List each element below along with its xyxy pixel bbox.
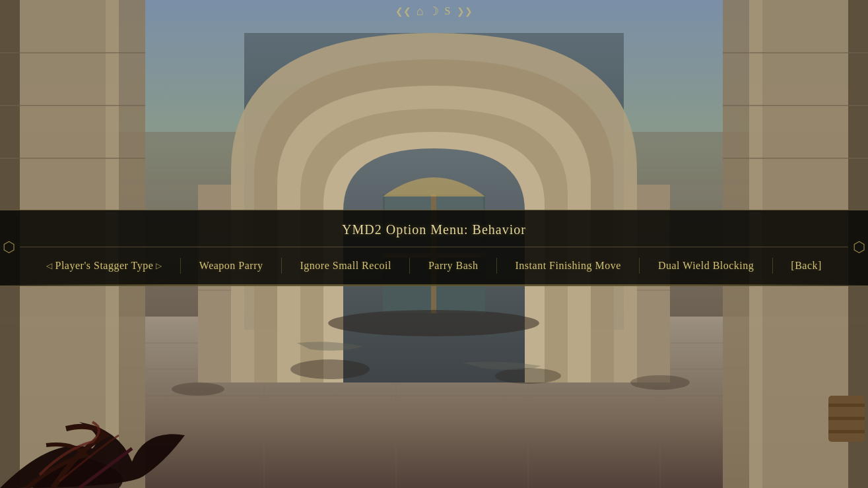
arrow-right-icon: ▷ [156,261,162,271]
menu-item-stagger-label: Player's Stagger Type [55,260,154,272]
menu-item-ignore-recoil-label: Ignore Small Recoil [300,260,391,272]
hud-ornament-right: ❯❯ [457,6,473,17]
menu-item-parry-bash-label: Parry Bash [428,260,479,272]
menu-item-parry-bash[interactable]: Parry Bash [428,260,479,272]
menu-item-instant-finishing-label: Instant Finishing Move [516,260,621,272]
menu-title-text: YMD2 Option Menu: Behavior [342,222,526,237]
menu-title-row: YMD2 Option Menu: Behavior [20,210,848,247]
svg-rect-54 [828,430,865,433]
menu-item-dual-wield[interactable]: Dual Wield Blocking [658,260,754,272]
svg-rect-52 [828,404,865,407]
hud-save-letter: S [444,5,451,17]
top-hud: ❮❮ ⌂ ☽ S ❯❯ [382,0,486,22]
menu-items-row: ◁ Player's Stagger Type ▷ Weapon Parry I… [20,247,848,284]
svg-point-50 [328,310,539,336]
corner-ornament-right: ⬡ [853,239,865,256]
menu-item-back[interactable]: [Back] [791,260,822,272]
menu-divider-2 [281,258,282,274]
menu-item-weapon-parry-label: Weapon Parry [199,260,263,272]
menu-item-dual-wield-label: Dual Wield Blocking [658,260,754,272]
menu-bar-inner: ⬡ ⬡ YMD2 Option Menu: Behavior ◁ Player'… [0,210,868,284]
svg-rect-53 [828,417,865,420]
hud-ornament-left: ❮❮ [395,6,411,17]
svg-point-55 [290,359,370,379]
svg-point-56 [495,368,561,384]
menu-item-weapon-parry[interactable]: Weapon Parry [199,260,263,272]
corner-ornament-left: ⬡ [3,239,15,256]
menu-item-instant-finishing[interactable]: Instant Finishing Move [516,260,621,272]
menu-divider-3 [409,258,410,274]
menu-item-stagger[interactable]: ◁ Player's Stagger Type ▷ [46,260,162,272]
hud-home-icon: ⌂ [417,5,424,18]
svg-point-57 [172,382,224,396]
menu-bottom-line [0,284,868,286]
hud-moon-icon: ☽ [428,4,439,18]
menu-item-back-label: [Back] [791,260,822,272]
menu-divider-1 [180,258,181,274]
menu-divider-4 [496,258,497,274]
arrow-left-icon: ◁ [46,261,53,271]
menu-overlay: ⬡ ⬡ YMD2 Option Menu: Behavior ◁ Player'… [0,210,868,286]
menu-bar: ⬡ ⬡ YMD2 Option Menu: Behavior ◁ Player'… [0,210,868,286]
menu-item-ignore-recoil[interactable]: Ignore Small Recoil [300,260,391,272]
svg-point-58 [630,375,690,390]
menu-divider-5 [639,258,640,274]
menu-divider-6 [772,258,773,274]
